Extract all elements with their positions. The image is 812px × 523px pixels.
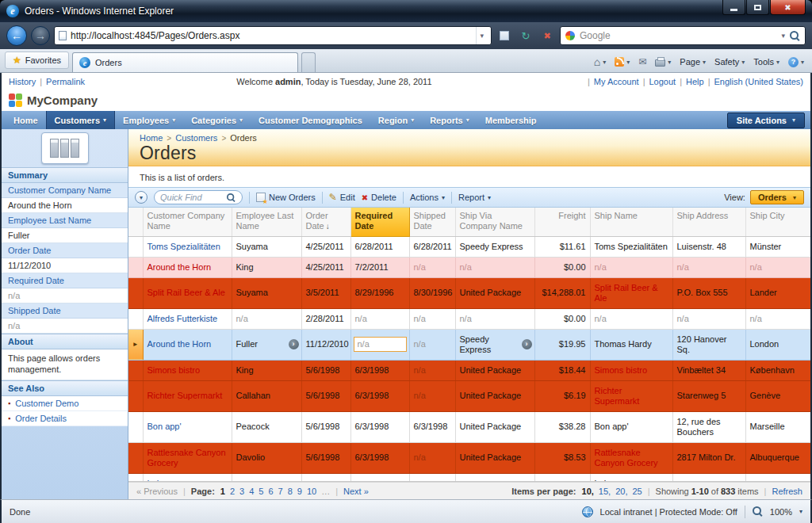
address-dropdown[interactable]: ▾ xyxy=(476,27,487,44)
row-selector[interactable] xyxy=(128,473,143,482)
breadcrumb-customers[interactable]: Customers xyxy=(175,133,217,143)
company-link[interactable]: Around the Horn xyxy=(147,262,212,272)
search-dropdown[interactable]: ▾ xyxy=(781,32,785,40)
company-link[interactable]: Around the Horn xyxy=(147,339,212,349)
session-link-help[interactable]: Help xyxy=(686,77,704,86)
summary-label-shipped-date[interactable]: Shipped Date xyxy=(2,303,128,319)
expand-search-button[interactable]: ▾ xyxy=(135,191,147,204)
page-number-4[interactable]: 4 xyxy=(249,487,254,496)
column-header-shipped-date[interactable]: Shipped Date xyxy=(409,208,455,236)
help-button[interactable]: ?▾ xyxy=(788,57,804,67)
row-selector[interactable] xyxy=(128,411,143,442)
nav-item-region[interactable]: Region▾ xyxy=(370,111,422,129)
company-link[interactable]: Toms Spezialitäten xyxy=(147,242,220,251)
table-row[interactable]: Bon app'Peacock5/6/19986/3/19986/3/1998U… xyxy=(128,411,810,442)
delete-button[interactable]: ✖ Delete xyxy=(362,193,396,202)
page-number-2[interactable]: 2 xyxy=(230,487,235,496)
see-also-order-details[interactable]: ▪Order Details xyxy=(2,411,128,426)
row-selector[interactable] xyxy=(128,442,143,473)
page-number-9[interactable]: 9 xyxy=(297,487,302,496)
page-number-5[interactable]: 5 xyxy=(259,487,263,496)
column-header-order-date[interactable]: Order Date↓ xyxy=(301,208,350,236)
table-row[interactable]: Lehmanns MarktstandFuller5/5/19986/2/199… xyxy=(128,473,810,482)
company-link[interactable]: Richter Supermarkt xyxy=(147,391,223,400)
tools-menu[interactable]: Tools▾ xyxy=(753,57,779,67)
safety-menu[interactable]: Safety▾ xyxy=(714,57,745,67)
address-field[interactable]: http://localhost:4845/Pages/Orders.aspx … xyxy=(54,26,492,45)
favorites-button[interactable]: ★ Favorites xyxy=(5,52,69,69)
summary-label-required-date[interactable]: Required Date xyxy=(2,273,128,288)
company-link[interactable]: Split Rail Beer & Ale xyxy=(147,288,225,297)
page-size-25[interactable]: 25 xyxy=(632,487,642,496)
page-menu[interactable]: Page▾ xyxy=(680,57,706,67)
minimize-button[interactable] xyxy=(722,0,745,15)
column-header-ship-address[interactable]: Ship Address xyxy=(672,208,745,236)
table-row[interactable]: Richter SupermarktCallahan5/6/19986/3/19… xyxy=(128,380,810,411)
row-selector[interactable] xyxy=(128,277,143,308)
new-tab-button[interactable] xyxy=(301,52,316,72)
report-menu[interactable]: Report ▾ xyxy=(458,193,491,202)
maximize-button[interactable] xyxy=(746,0,769,15)
zoom-level[interactable]: 100% xyxy=(770,507,792,517)
summary-label-customer-company-name[interactable]: Customer Company Name xyxy=(2,183,128,198)
table-row[interactable]: Around the HornKing4/25/20117/2/2011n/an… xyxy=(128,257,810,277)
row-selector[interactable] xyxy=(128,257,143,277)
page-number-7[interactable]: 7 xyxy=(278,487,283,496)
table-row[interactable]: Toms SpezialitätenSuyama4/25/20116/28/20… xyxy=(128,236,810,257)
print-button[interactable]: ▾ xyxy=(655,57,671,67)
tab-orders[interactable]: e Orders xyxy=(72,52,298,72)
zoom-dropdown[interactable]: ▾ xyxy=(799,508,802,515)
site-actions-button[interactable]: Site Actions ▾ xyxy=(727,113,805,128)
nav-item-home[interactable]: Home xyxy=(6,111,46,129)
forward-button[interactable]: → xyxy=(31,26,50,45)
search-input[interactable] xyxy=(580,30,776,41)
nav-item-customer-demographics[interactable]: Customer Demographics xyxy=(251,111,370,129)
session-link-english-united-states[interactable]: English (United States) xyxy=(714,77,803,86)
actions-menu[interactable]: Actions ▾ xyxy=(410,193,445,202)
nav-item-customers[interactable]: Customers▾ xyxy=(46,111,115,129)
refresh-button[interactable]: ↻ xyxy=(517,27,534,44)
title-bar[interactable]: e Orders - Windows Internet Explorer ✖ xyxy=(0,0,812,22)
breadcrumb-home[interactable]: Home xyxy=(140,133,163,143)
column-header-freight[interactable]: Freight xyxy=(534,208,590,236)
company-link[interactable]: Simons bistro xyxy=(147,365,201,375)
history-link[interactable]: History xyxy=(9,77,36,86)
read-mail-button[interactable]: ✉ xyxy=(638,56,646,67)
back-button[interactable]: ← xyxy=(6,25,27,46)
url-text[interactable]: http://localhost:4845/Pages/Orders.aspx xyxy=(71,30,472,41)
permalink-link[interactable]: Permalink xyxy=(46,77,85,86)
search-box[interactable]: ▾ xyxy=(560,26,806,45)
table-row[interactable]: Rattlesnake Canyon GroceryDavolio5/6/199… xyxy=(128,442,810,473)
page-number-10[interactable]: 10 xyxy=(307,487,316,496)
page-number-8[interactable]: 8 xyxy=(288,487,293,496)
next-button[interactable]: Next » xyxy=(343,487,369,496)
compatibility-view-button[interactable] xyxy=(496,27,513,44)
column-header-ship-city[interactable]: Ship City xyxy=(745,208,810,236)
close-button[interactable]: ✖ xyxy=(770,0,806,15)
page-size-15[interactable]: 15, xyxy=(599,487,611,496)
company-link[interactable]: Alfreds Futterkiste xyxy=(147,314,218,323)
column-header-required-date[interactable]: Required Date xyxy=(350,208,409,236)
refresh-link[interactable]: Refresh xyxy=(772,487,802,496)
new-orders-button[interactable]: New Orders xyxy=(256,193,316,202)
row-selector[interactable] xyxy=(128,380,143,411)
stop-button[interactable]: ✖ xyxy=(538,27,556,44)
home-button[interactable]: ⌂▾ xyxy=(594,57,606,67)
page-number-6[interactable]: 6 xyxy=(268,487,273,496)
column-header-employee-last-name[interactable]: Employee Last Name xyxy=(232,208,301,236)
see-also-customer-demo[interactable]: ▪Customer Demo xyxy=(2,396,128,411)
row-selector[interactable]: ► xyxy=(128,329,143,360)
nav-item-categories[interactable]: Categories▾ xyxy=(183,111,251,129)
column-header-ship-name[interactable]: Ship Name xyxy=(590,208,672,236)
summary-label-employee-last-name[interactable]: Employee Last Name xyxy=(2,213,128,228)
view-selector[interactable]: Orders ▾ xyxy=(750,190,804,204)
session-link-my-account[interactable]: My Account xyxy=(594,77,639,86)
nav-item-reports[interactable]: Reports▾ xyxy=(422,111,477,129)
search-icon[interactable] xyxy=(227,193,236,201)
table-row[interactable]: Alfreds Futterkisten/a2/28/2011n/an/an/a… xyxy=(128,308,810,329)
nav-item-employees[interactable]: Employees▾ xyxy=(115,111,183,129)
column-header-ship-via-company-name[interactable]: Ship Via Company Name xyxy=(455,208,534,236)
page-number-3[interactable]: 3 xyxy=(239,487,244,496)
feeds-button[interactable]: ▾ xyxy=(615,57,630,67)
quick-find[interactable] xyxy=(154,190,243,204)
